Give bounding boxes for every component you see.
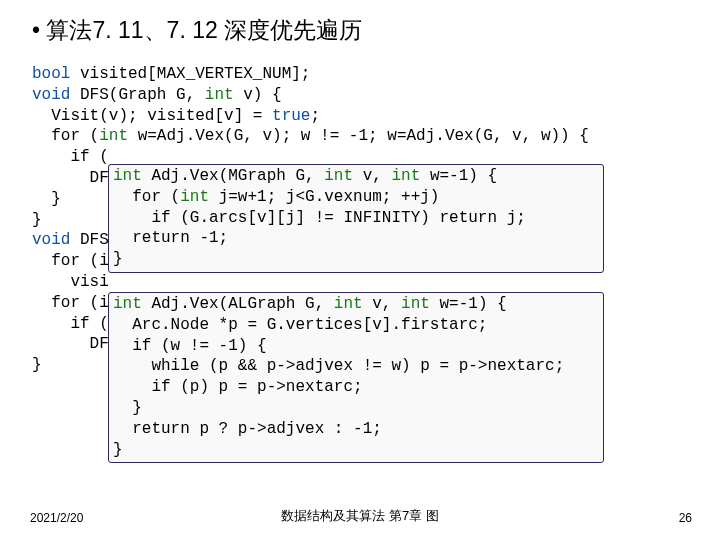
overlay-box-mgraph: int Adj.Vex(MGraph G, int v, int w=-1) {… [108, 164, 604, 273]
kw-bool: bool [32, 65, 70, 83]
overlay-box-algraph: int Adj.Vex(ALGraph G, int v, int w=-1) … [108, 292, 604, 463]
kw-int: int [391, 167, 420, 185]
code-text: v) { [234, 86, 282, 104]
code-text: Visit(v); visited[v] = [32, 107, 272, 125]
code-text: ; [310, 107, 320, 125]
kw-void: void [32, 231, 70, 249]
slide: • 算法7. 11、7. 12 深度优先遍历 bool visited[MAX_… [0, 0, 720, 540]
footer-page-number: 26 [679, 511, 692, 525]
code-text: } [32, 190, 61, 208]
code-text: if (w != -1) { [113, 337, 267, 355]
kw-int: int [180, 188, 209, 206]
code-text: DFS [70, 231, 108, 249]
code-text: for ( [32, 127, 99, 145]
code-text: w=-1) { [420, 167, 497, 185]
code-text: while (p && p->adjvex != w) p = p->nexta… [113, 357, 564, 375]
code-text: visi [32, 273, 109, 291]
code-text: if ( [32, 148, 109, 166]
code-text: for (i [32, 252, 109, 270]
kw-void: void [32, 86, 70, 104]
code-text: for ( [113, 188, 180, 206]
code-text: Arc.Node *p = G.vertices[v].firstarc; [113, 316, 487, 334]
code-text: } [113, 441, 123, 459]
code-text: w=-1) { [430, 295, 507, 313]
kw-true: true [272, 107, 310, 125]
code-text: } [113, 250, 123, 268]
code-text: return p ? p->adjvex : -1; [113, 420, 382, 438]
footer-title: 数据结构及其算法 第7章 图 [0, 507, 720, 525]
code-text: } [32, 211, 42, 229]
kw-int: int [99, 127, 128, 145]
code-text: visited[MAX_VERTEX_NUM]; [70, 65, 310, 83]
code-text: j=w+1; j<G.vexnum; ++j) [209, 188, 439, 206]
code-text: if (G.arcs[v][j] != INFINITY) return j; [113, 209, 526, 227]
code-text: DF [32, 169, 109, 187]
kw-int: int [113, 295, 142, 313]
slide-title: • 算法7. 11、7. 12 深度优先遍历 [28, 15, 692, 46]
code-text: if ( [32, 315, 109, 333]
code-text: } [32, 356, 42, 374]
code-text: v, [363, 295, 401, 313]
kw-int: int [401, 295, 430, 313]
code-text: DFS(Graph G, [70, 86, 204, 104]
code-text: } [113, 399, 142, 417]
code-text: DF [32, 335, 109, 353]
code-text: return -1; [113, 229, 228, 247]
kw-int: int [334, 295, 363, 313]
code-text: v, [353, 167, 391, 185]
kw-int: int [324, 167, 353, 185]
code-text: if (p) p = p->nextarc; [113, 378, 363, 396]
code-text: w=Adj.Vex(G, v); w != -1; w=Adj.Vex(G, v… [128, 127, 589, 145]
kw-int: int [205, 86, 234, 104]
code-text: for (i [32, 294, 109, 312]
code-text: Adj.Vex(ALGraph G, [142, 295, 334, 313]
code-text: Adj.Vex(MGraph G, [142, 167, 324, 185]
kw-int: int [113, 167, 142, 185]
